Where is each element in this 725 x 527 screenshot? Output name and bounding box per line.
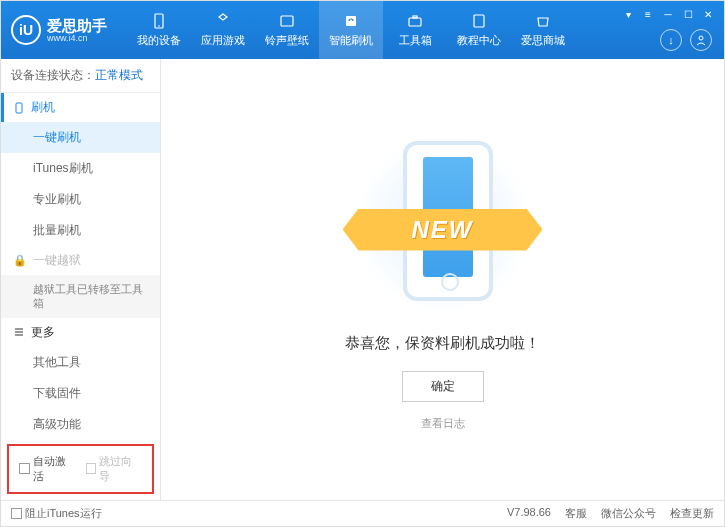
svg-rect-3	[346, 16, 356, 26]
link-update[interactable]: 检查更新	[670, 506, 714, 521]
app-icon	[214, 12, 232, 30]
close-icon[interactable]: ✕	[700, 7, 716, 21]
checkbox-skip-guide[interactable]: 跳过向导	[86, 454, 143, 484]
nav-tutorial[interactable]: 教程中心	[447, 1, 511, 59]
store-icon	[534, 12, 552, 30]
sidebar-item-firmware[interactable]: 下载固件	[1, 378, 160, 409]
main-content: NEW 恭喜您，保资料刷机成功啦！ 确定 查看日志	[161, 59, 724, 500]
logo-url: www.i4.cn	[47, 33, 107, 43]
nav-my-device[interactable]: 我的设备	[127, 1, 191, 59]
top-nav: 我的设备 应用游戏 铃声壁纸 智能刷机 工具箱 教程中心	[127, 1, 575, 59]
nav-flash[interactable]: 智能刷机	[319, 1, 383, 59]
nav-store[interactable]: 爱思商城	[511, 1, 575, 59]
connection-status: 设备连接状态：正常模式	[1, 59, 160, 93]
success-message: 恭喜您，保资料刷机成功啦！	[345, 334, 540, 353]
status-bar: 阻止iTunes运行 V7.98.66 客服 微信公众号 检查更新	[1, 500, 724, 526]
svg-point-1	[158, 25, 160, 27]
sidebar: 设备连接状态：正常模式 刷机 一键刷机 iTunes刷机 专业刷机 批量刷机 🔒…	[1, 59, 161, 500]
app-header: iU 爱思助手 www.i4.cn 我的设备 应用游戏 铃声壁纸 智能刷机	[1, 1, 724, 59]
download-icon[interactable]: ↓	[660, 29, 682, 51]
nav-apps[interactable]: 应用游戏	[191, 1, 255, 59]
toolbox-icon	[406, 12, 424, 30]
svg-rect-6	[474, 15, 484, 27]
checkbox-icon	[19, 463, 30, 474]
settings-icon[interactable]: ≡	[640, 7, 656, 21]
sidebar-item-batch[interactable]: 批量刷机	[1, 215, 160, 246]
sidebar-jailbreak-note: 越狱工具已转移至工具箱	[1, 275, 160, 318]
nav-toolbox[interactable]: 工具箱	[383, 1, 447, 59]
list-icon	[13, 326, 25, 338]
link-support[interactable]: 客服	[565, 506, 587, 521]
sidebar-item-itunes[interactable]: iTunes刷机	[1, 153, 160, 184]
svg-point-7	[699, 36, 703, 40]
ok-button[interactable]: 确定	[402, 371, 484, 402]
nav-ringtone[interactable]: 铃声壁纸	[255, 1, 319, 59]
svg-rect-2	[281, 16, 293, 26]
svg-rect-8	[16, 103, 22, 113]
header-actions: ↓	[660, 29, 712, 51]
phone-icon	[150, 12, 168, 30]
sidebar-section-jailbreak: 🔒 一键越狱	[1, 246, 160, 275]
minimize-icon[interactable]: ─	[660, 7, 676, 21]
refresh-icon	[342, 12, 360, 30]
image-icon	[278, 12, 296, 30]
logo-text: 爱思助手	[47, 18, 107, 33]
link-wechat[interactable]: 微信公众号	[601, 506, 656, 521]
lock-icon: 🔒	[13, 254, 27, 267]
sidebar-item-pro[interactable]: 专业刷机	[1, 184, 160, 215]
svg-rect-4	[409, 18, 421, 26]
success-illustration: NEW	[333, 129, 553, 319]
window-controls: ▾ ≡ ─ ☐ ✕	[620, 7, 716, 21]
checkbox-icon	[86, 463, 97, 474]
phone-small-icon	[13, 102, 25, 114]
svg-rect-5	[413, 16, 417, 18]
checkbox-icon	[11, 508, 22, 519]
checkbox-auto-activate[interactable]: 自动激活	[19, 454, 76, 484]
maximize-icon[interactable]: ☐	[680, 7, 696, 21]
sidebar-item-advanced[interactable]: 高级功能	[1, 409, 160, 440]
sidebar-section-more[interactable]: 更多	[1, 318, 160, 347]
new-ribbon: NEW	[343, 209, 543, 251]
sidebar-section-flash[interactable]: 刷机	[1, 93, 160, 122]
version-label: V7.98.66	[507, 506, 551, 521]
options-highlight-box: 自动激活 跳过向导	[7, 444, 154, 494]
view-log-link[interactable]: 查看日志	[421, 416, 465, 431]
sidebar-item-oneclick[interactable]: 一键刷机	[1, 122, 160, 153]
logo-icon: iU	[11, 15, 41, 45]
checkbox-block-itunes[interactable]: 阻止iTunes运行	[11, 506, 102, 521]
user-icon[interactable]	[690, 29, 712, 51]
logo[interactable]: iU 爱思助手 www.i4.cn	[11, 15, 107, 45]
sidebar-item-other[interactable]: 其他工具	[1, 347, 160, 378]
book-icon	[470, 12, 488, 30]
menu-icon[interactable]: ▾	[620, 7, 636, 21]
